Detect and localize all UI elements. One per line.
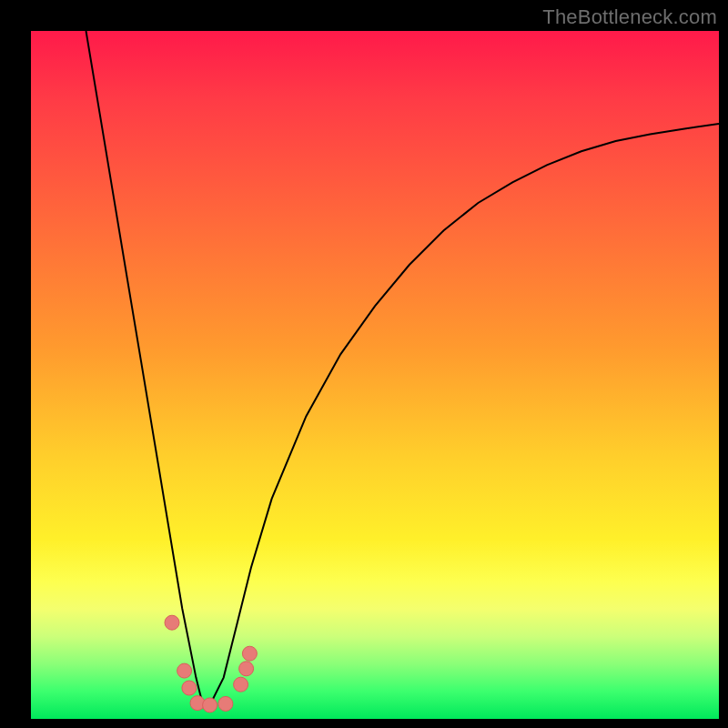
bottleneck-curve — [86, 31, 720, 705]
watermark-text: TheBottleneck.com — [542, 5, 717, 29]
chart-svg — [31, 31, 719, 719]
marker-dot — [239, 662, 254, 676]
marker-dot — [242, 646, 257, 661]
marker-dot — [182, 681, 197, 695]
outer-frame: TheBottleneck.com — [0, 0, 728, 728]
marker-group — [165, 615, 257, 713]
marker-dot — [218, 696, 233, 711]
marker-dot — [177, 663, 192, 678]
marker-dot — [234, 677, 248, 692]
plot-area — [31, 31, 719, 719]
marker-dot — [203, 698, 217, 713]
marker-dot — [165, 615, 179, 630]
